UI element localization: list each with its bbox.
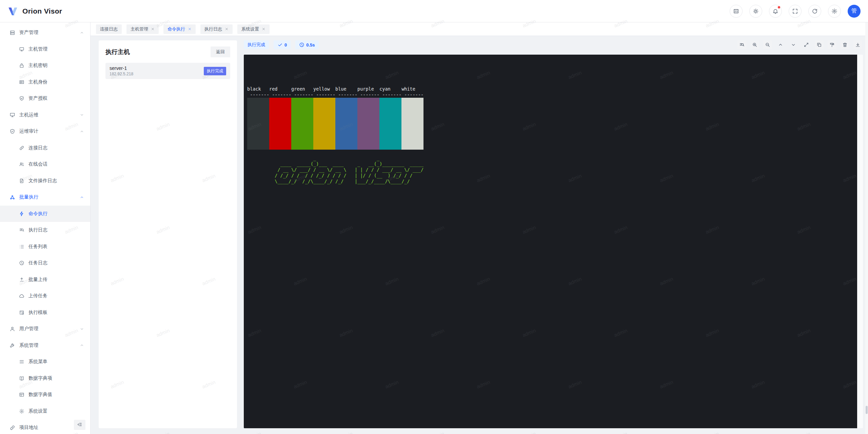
code-button[interactable] <box>730 5 743 18</box>
copy-button[interactable] <box>815 40 824 49</box>
sidebar-item-label: 数据字典项 <box>28 375 84 381</box>
close-icon[interactable] <box>188 27 192 31</box>
notifications-button[interactable] <box>769 5 782 18</box>
sidebar-item-0[interactable]: 资产管理 <box>0 24 90 41</box>
zoom-out-button[interactable] <box>763 40 772 49</box>
page-scrollbar <box>865 22 868 434</box>
sidebar-item-10[interactable]: 批量执行 <box>0 189 90 206</box>
sidebar-item-label: 主机密钥 <box>28 62 84 69</box>
sidebar: 资产管理主机管理主机密钥主机身份资产授权主机运维运维审计连接日志在线会话文件操作… <box>0 22 91 434</box>
host-list: server-1182.92.5.218执行完成 <box>105 63 230 79</box>
code-icon <box>733 8 739 14</box>
gear-icon <box>19 409 24 414</box>
host-item[interactable]: server-1182.92.5.218执行完成 <box>105 63 230 79</box>
shield-check-icon <box>19 96 24 101</box>
chevron-down-icon <box>80 327 84 331</box>
sidebar-item-12[interactable]: 执行日志 <box>0 222 90 239</box>
chevron-up-icon <box>80 31 84 35</box>
scroll-bottom-button[interactable] <box>789 40 798 49</box>
fullscreen-icon <box>792 8 798 14</box>
sidebar-item-16[interactable]: 上传任务 <box>0 288 90 304</box>
log-view-button[interactable] <box>737 40 746 49</box>
terminal-toolbar <box>737 40 862 49</box>
zoom-in-button[interactable] <box>750 40 759 49</box>
sidebar-item-label: 用户管理 <box>19 326 76 332</box>
sidebar-item-label: 系统管理 <box>19 342 76 348</box>
terminal-viewport[interactable]: black red green yellow blue purple cyan … <box>244 55 857 428</box>
color-bar-purple <box>357 98 379 150</box>
expand-button[interactable] <box>802 40 811 49</box>
sidebar-item-13[interactable]: 任务列表 <box>0 239 90 255</box>
sidebar-item-label: 执行模板 <box>28 309 84 316</box>
sidebar-collapse-button[interactable] <box>74 420 85 430</box>
template-icon <box>19 310 24 315</box>
sidebar-item-2[interactable]: 主机密钥 <box>0 57 90 74</box>
close-icon[interactable] <box>151 27 155 31</box>
sidebar-item-8[interactable]: 在线会话 <box>0 156 90 173</box>
page: Orion Visor 管 资产管理主机管理主机密钥主机身份资产授权主机运维运维… <box>0 0 868 434</box>
close-icon[interactable] <box>225 27 229 31</box>
zoom-in-icon <box>752 42 757 48</box>
back-button[interactable]: 返回 <box>211 46 230 57</box>
avatar[interactable]: 管 <box>848 5 861 18</box>
sidebar-item-9[interactable]: 文件操作日志 <box>0 173 90 189</box>
download-button[interactable] <box>853 40 862 49</box>
settings-button[interactable] <box>828 5 841 18</box>
cluster-icon <box>9 194 15 200</box>
ascii-art-logo: _ _ ____ _____(_)___ ____ _ __(_)_______… <box>247 155 423 184</box>
color-bar-red <box>269 98 291 150</box>
sidebar-item-15[interactable]: 批量上传 <box>0 271 90 288</box>
sidebar-item-5[interactable]: 主机运维 <box>0 107 90 124</box>
dict-book-icon <box>19 376 24 381</box>
users-icon <box>19 162 24 167</box>
sidebar-item-4[interactable]: 资产授权 <box>0 90 90 107</box>
close-icon[interactable] <box>262 27 265 31</box>
sidebar-nav: 资产管理主机管理主机密钥主机身份资产授权主机运维运维审计连接日志在线会话文件操作… <box>0 24 90 434</box>
tab-0[interactable]: 连接日志 <box>96 24 122 34</box>
sidebar-item-22[interactable]: 数据字典值 <box>0 386 90 403</box>
sidebar-item-7[interactable]: 连接日志 <box>0 140 90 156</box>
expand-icon <box>804 42 809 48</box>
terminal-wrap: black red green yellow blue purple cyan … <box>244 55 863 428</box>
color-bar-blue <box>335 98 357 150</box>
theme-button[interactable] <box>749 5 762 18</box>
sidebar-item-17[interactable]: 执行模板 <box>0 304 90 321</box>
sidebar-item-6[interactable]: 运维审计 <box>0 123 90 140</box>
chevron-up-icon <box>80 129 84 134</box>
host-ip: 182.92.5.218 <box>110 72 133 76</box>
sidebar-item-21[interactable]: 数据字典项 <box>0 370 90 387</box>
menu-icon <box>19 359 24 364</box>
fullscreen-button[interactable] <box>789 5 802 18</box>
tab-4[interactable]: 系统设置 <box>237 24 270 34</box>
sidebar-item-1[interactable]: 主机管理 <box>0 41 90 58</box>
sidebar-item-19[interactable]: 系统管理 <box>0 337 90 354</box>
sidebar-item-3[interactable]: 主机身份 <box>0 74 90 91</box>
scroll-top-button[interactable] <box>776 40 785 49</box>
terminal-scrollbar[interactable] <box>857 55 863 428</box>
chevron-down-icon <box>791 42 796 48</box>
trash-icon <box>842 42 848 48</box>
lightning-icon <box>19 211 24 216</box>
sidebar-item-label: 资产授权 <box>28 95 84 101</box>
sidebar-item-label: 系统菜单 <box>28 359 84 365</box>
refresh-button[interactable] <box>808 5 821 18</box>
sidebar-item-23[interactable]: 系统设置 <box>0 403 90 420</box>
color-bar-black <box>247 98 269 150</box>
sidebar-item-label: 批量上传 <box>28 277 84 283</box>
page-scrollbar-thumb[interactable] <box>866 406 868 414</box>
tab-2[interactable]: 命令执行 <box>163 24 196 34</box>
sidebar-item-18[interactable]: 用户管理 <box>0 321 90 337</box>
tab-3[interactable]: 执行日志 <box>200 24 233 34</box>
clean-icon <box>829 42 835 48</box>
tab-label: 主机管理 <box>131 26 148 32</box>
tab-1[interactable]: 主机管理 <box>126 24 159 34</box>
clean-button[interactable] <box>828 40 836 49</box>
sidebar-item-14[interactable]: 任务日志 <box>0 255 90 271</box>
color-bar-white <box>401 98 423 150</box>
sidebar-item-label: 连接日志 <box>28 145 84 151</box>
host-status-badge: 执行完成 <box>204 67 226 75</box>
content-area: 执行主机 返回 server-1182.92.5.218执行完成 执行完成 <box>91 36 868 434</box>
delete-button[interactable] <box>841 40 849 49</box>
sidebar-item-20[interactable]: 系统菜单 <box>0 354 90 370</box>
sidebar-item-11[interactable]: 命令执行 <box>0 206 90 222</box>
